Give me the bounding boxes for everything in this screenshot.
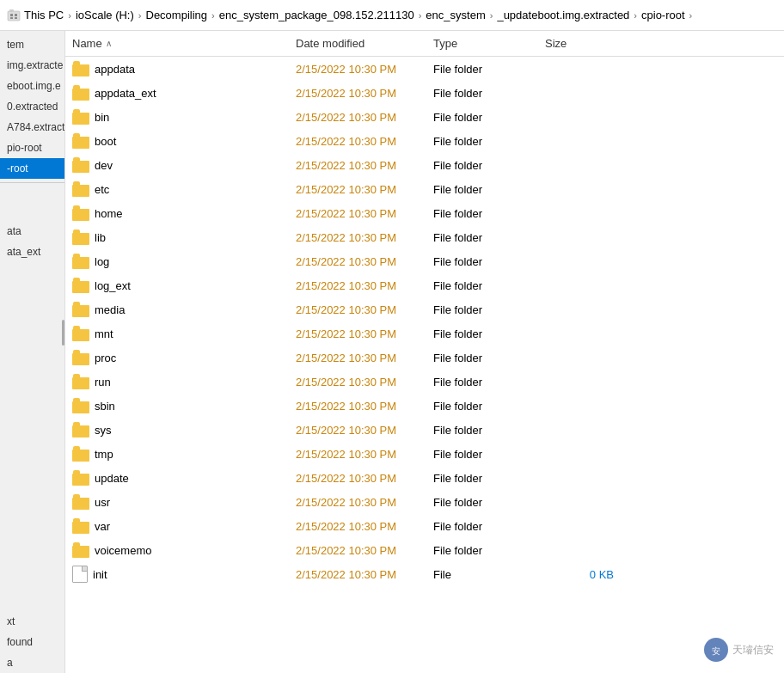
content-area: Name ∧ Date modified Type Size appdata2/… (65, 31, 784, 673)
sidebar-item-tem[interactable]: tem (0, 34, 64, 55)
table-row[interactable]: boot2/15/2022 10:30 PMFile folder (65, 129, 784, 153)
sidebar-item-ata[interactable]: ata (0, 221, 64, 242)
breadcrumb-cpioroot[interactable]: cpio-root (641, 9, 685, 21)
table-row[interactable]: usr2/15/2022 10:30 PMFile folder (65, 490, 784, 514)
folder-icon (72, 470, 89, 486)
svg-text:安: 安 (712, 646, 720, 656)
file-type-col: File folder (433, 352, 545, 364)
file-type-col: File folder (433, 111, 545, 124)
table-row[interactable]: log_ext2/15/2022 10:30 PMFile folder (65, 273, 784, 297)
file-date-col: 2/15/2022 10:30 PM (296, 159, 433, 172)
file-type-col: File folder (433, 424, 545, 437)
sidebar-item-a[interactable]: a (0, 652, 64, 673)
table-row[interactable]: appdata2/15/2022 10:30 PMFile folder (65, 57, 784, 81)
table-row[interactable]: var2/15/2022 10:30 PMFile folder (65, 514, 784, 538)
file-type-col: File folder (433, 520, 545, 533)
file-type-col: File folder (433, 207, 545, 220)
table-row[interactable]: sbin2/15/2022 10:30 PMFile folder (65, 394, 784, 418)
file-date-col: 2/15/2022 10:30 PM (296, 327, 433, 340)
sidebar-item-eboot[interactable]: eboot.img.e (0, 76, 64, 96)
breadcrumb-decompiling[interactable]: Decompiling (146, 9, 208, 21)
file-type-col: File folder (433, 159, 545, 172)
table-row[interactable]: tmp2/15/2022 10:30 PMFile folder (65, 442, 784, 466)
file-type-col: File (433, 568, 545, 581)
file-type-col: File folder (433, 327, 545, 340)
breadcrumb-package[interactable]: enc_system_package_098.152.211130 (219, 9, 414, 21)
file-name-col: tmp (72, 446, 296, 462)
sidebar-item-imgextract[interactable]: img.extracte (0, 55, 64, 76)
file-name-label: sbin (95, 400, 115, 413)
file-name-col: proc (72, 350, 296, 365)
folder-icon (72, 85, 89, 101)
table-row[interactable]: media2/15/2022 10:30 PMFile folder (65, 297, 784, 321)
col-header-type[interactable]: Type (426, 37, 538, 50)
col-header-size[interactable]: Size (538, 37, 607, 50)
file-type-col: File folder (433, 279, 545, 292)
file-name-label: etc (95, 183, 109, 196)
file-type-col: File folder (433, 63, 545, 76)
sidebar-item-0extracted[interactable]: 0.extracted (0, 96, 64, 117)
table-row[interactable]: bin2/15/2022 10:30 PMFile folder (65, 105, 784, 129)
folder-icon (72, 422, 89, 437)
table-row[interactable]: update2/15/2022 10:30 PMFile folder (65, 466, 784, 490)
folder-icon (72, 157, 89, 173)
file-name-col: media (72, 302, 296, 317)
table-row[interactable]: lib2/15/2022 10:30 PMFile folder (65, 225, 784, 249)
file-date-col: 2/15/2022 10:30 PM (296, 472, 433, 485)
file-date-col: 2/15/2022 10:30 PM (296, 496, 433, 509)
file-name-label: usr (95, 496, 110, 509)
sidebar-item-pioroot[interactable]: pio-root (0, 138, 64, 158)
file-name-col: sbin (72, 398, 296, 413)
folder-icon (72, 350, 89, 365)
file-type-col: File folder (433, 400, 545, 413)
file-date-col: 2/15/2022 10:30 PM (296, 568, 433, 581)
sidebar-item-found[interactable]: found (0, 632, 64, 652)
table-row[interactable]: run2/15/2022 10:30 PMFile folder (65, 370, 784, 394)
table-row[interactable]: voicememo2/15/2022 10:30 PMFile folder (65, 538, 784, 562)
sidebar-item-ataext[interactable]: ata_ext (0, 242, 64, 262)
table-row[interactable]: log2/15/2022 10:30 PMFile folder (65, 249, 784, 273)
file-date-col: 2/15/2022 10:30 PM (296, 544, 433, 557)
svg-rect-5 (15, 17, 17, 19)
table-row[interactable]: etc2/15/2022 10:30 PMFile folder (65, 177, 784, 201)
file-name-label: proc (95, 352, 116, 364)
file-name-label: appdata_ext (95, 87, 156, 100)
table-row[interactable]: init2/15/2022 10:30 PMFile0 KB (65, 562, 784, 586)
file-type-col: File folder (433, 496, 545, 509)
col-header-name[interactable]: Name ∧ (65, 37, 289, 50)
folder-icon (72, 302, 89, 317)
table-row[interactable]: proc2/15/2022 10:30 PMFile folder (65, 346, 784, 370)
file-date-col: 2/15/2022 10:30 PM (296, 135, 433, 148)
file-type-col: File folder (433, 544, 545, 557)
breadcrumb-updateboot[interactable]: _updateboot.img.extracted (497, 9, 629, 21)
breadcrumb-ioscale[interactable]: ioScale (H:) (76, 9, 134, 21)
table-row[interactable]: sys2/15/2022 10:30 PMFile folder (65, 418, 784, 442)
sidebar-item-root[interactable]: -root (0, 158, 64, 179)
file-type-col: File folder (433, 303, 545, 316)
file-type-col: File folder (433, 183, 545, 196)
folder-icon (72, 109, 89, 125)
file-name-col: dev (72, 157, 296, 173)
table-row[interactable]: dev2/15/2022 10:30 PMFile folder (65, 153, 784, 177)
breadcrumb-encsystem[interactable]: enc_system (426, 9, 485, 21)
table-row[interactable]: home2/15/2022 10:30 PMFile folder (65, 201, 784, 225)
folder-icon (72, 205, 89, 221)
breadcrumb-thispc[interactable]: This PC (24, 9, 64, 21)
file-name-col: run (72, 374, 296, 389)
file-date-col: 2/15/2022 10:30 PM (296, 183, 433, 196)
file-name-label: dev (95, 159, 113, 172)
file-date-col: 2/15/2022 10:30 PM (296, 376, 433, 389)
table-row[interactable]: mnt2/15/2022 10:30 PMFile folder (65, 321, 784, 346)
file-name-label: media (95, 303, 125, 316)
col-header-date[interactable]: Date modified (289, 37, 426, 50)
sidebar-item-xt[interactable]: xt (0, 611, 64, 632)
folder-icon (72, 61, 89, 76)
sidebar-scrollbar[interactable] (62, 320, 64, 346)
sidebar-item-a784[interactable]: A784.extract (0, 117, 64, 138)
sidebar-item-n[interactable] (0, 187, 64, 221)
file-name-label: boot (95, 135, 116, 148)
table-row[interactable]: appdata_ext2/15/2022 10:30 PMFile folder (65, 81, 784, 105)
file-date-col: 2/15/2022 10:30 PM (296, 63, 433, 76)
file-name-label: run (95, 376, 111, 389)
svg-rect-0 (8, 11, 20, 21)
